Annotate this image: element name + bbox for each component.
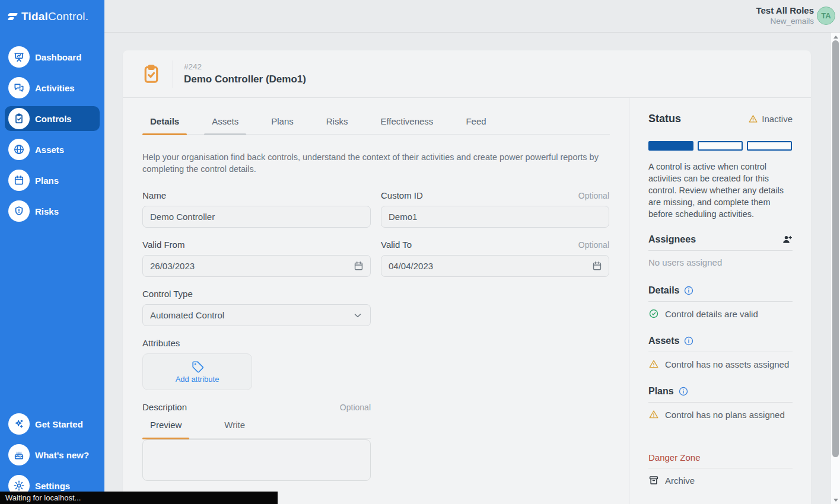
dashboard-icon — [8, 46, 30, 68]
avatar[interactable]: TA — [817, 7, 835, 25]
user-menu[interactable]: Test All Roles New_emails — [756, 5, 814, 26]
sidebar-item-label: What's new? — [35, 450, 89, 460]
sidebar-item-label: Controls — [35, 114, 72, 124]
section-divider — [648, 301, 793, 302]
clipboard-icon — [141, 63, 162, 85]
scrollbar-thumb[interactable] — [832, 40, 839, 457]
archive-button[interactable]: Archive — [648, 475, 793, 486]
custom-id-optional: Optional — [578, 191, 609, 200]
control-type-label: Control Type — [142, 289, 193, 299]
name-label: Name — [142, 190, 166, 200]
calendar-icon — [8, 170, 30, 191]
valid-to-optional: Optional — [578, 240, 609, 250]
plans-check-title: Plans — [648, 386, 674, 397]
assets-check-title: Assets — [648, 336, 679, 346]
user-name: Test All Roles — [756, 5, 814, 16]
sidebar-item-label: Plans — [35, 176, 59, 186]
sidebar: TidalControl. Dashboard Activities Contr… — [0, 0, 104, 504]
assets-check-message: Control has no assets assigned — [665, 359, 789, 369]
content-divider — [629, 98, 629, 504]
sidebar-item-whats-new[interactable]: What's new? — [5, 444, 100, 465]
tab-feed[interactable]: Feed — [458, 116, 494, 134]
status-badge: Inactive — [748, 114, 793, 124]
header-text: #242 Demo Controller (Demo1) — [184, 62, 306, 85]
tab-details[interactable]: Details — [142, 116, 187, 134]
brand-logo[interactable]: TidalControl. — [0, 0, 104, 23]
sidebar-item-dashboard[interactable]: Dashboard — [5, 46, 100, 68]
sidebar-nav: Dashboard Activities Controls Assets Pla… — [0, 46, 104, 231]
shield-icon — [8, 200, 30, 222]
description-preview-box[interactable] — [142, 439, 371, 481]
brand-logo-text: TidalControl. — [21, 10, 88, 23]
intro-text: Help your organisation find back control… — [142, 151, 610, 175]
sidebar-item-label: Settings — [35, 481, 70, 491]
controls-icon — [8, 108, 30, 129]
progress-segment-empty — [747, 141, 792, 151]
custom-id-label: Custom ID — [381, 190, 423, 200]
attributes-label: Attributes — [142, 338, 180, 348]
valid-to-label: Valid To — [381, 240, 412, 250]
plans-check-message: Control has no plans assigned — [665, 410, 785, 420]
sidebar-item-plans[interactable]: Plans — [5, 170, 100, 191]
danger-zone-title: Danger Zone — [648, 452, 793, 462]
sidebar-item-label: Dashboard — [35, 52, 81, 62]
assignees-empty-text: No users assigned — [648, 257, 793, 267]
valid-from-input[interactable] — [142, 255, 371, 277]
assignees-title: Assignees — [648, 234, 696, 245]
brand-name-bold: Tidal — [21, 10, 48, 23]
tab-preview[interactable]: Preview — [142, 420, 189, 438]
valid-to-input[interactable] — [381, 255, 609, 277]
add-attribute-label: Add attribute — [176, 375, 219, 384]
sparkles-icon — [8, 413, 30, 435]
status-progress — [648, 141, 793, 151]
details-check-title: Details — [648, 285, 679, 296]
sidebar-item-label: Assets — [35, 145, 64, 155]
brand-name-light: Control. — [48, 10, 88, 23]
topbar: Test All Roles New_emails TA — [104, 0, 840, 33]
tab-risks[interactable]: Risks — [319, 116, 356, 134]
info-icon[interactable] — [683, 336, 694, 346]
warning-icon — [748, 114, 758, 124]
warning-icon — [648, 359, 659, 369]
cake-icon — [8, 444, 30, 465]
archive-label: Archive — [665, 476, 695, 486]
section-divider — [648, 402, 793, 403]
scroll-up-arrow[interactable] — [833, 36, 838, 39]
record-id: #242 — [184, 62, 306, 71]
brand-logo-icon — [8, 13, 17, 20]
page-title: Demo Controller (Demo1) — [184, 74, 306, 85]
info-icon[interactable] — [678, 386, 689, 397]
chevron-down-icon — [352, 310, 363, 321]
tab-assets[interactable]: Assets — [204, 116, 246, 134]
warning-icon — [648, 409, 659, 420]
sidebar-item-label: Activities — [35, 83, 75, 93]
status-title: Status — [648, 113, 681, 125]
activities-icon — [8, 77, 30, 98]
name-input[interactable] — [142, 206, 371, 228]
scroll-down-arrow[interactable] — [833, 499, 838, 502]
control-type-select[interactable]: Automated Control — [142, 304, 371, 326]
add-user-icon[interactable] — [782, 234, 793, 245]
header-divider — [173, 60, 173, 88]
custom-id-input[interactable] — [381, 206, 609, 228]
info-icon[interactable] — [683, 285, 694, 296]
description-tabs: Preview Write — [142, 420, 371, 439]
sidebar-item-activities[interactable]: Activities — [5, 77, 100, 98]
sidebar-item-get-started[interactable]: Get Started — [5, 413, 100, 435]
tab-write[interactable]: Write — [217, 420, 253, 438]
globe-icon — [8, 139, 30, 160]
tab-effectiveness[interactable]: Effectiveness — [373, 116, 441, 134]
page-scrollbar[interactable] — [831, 33, 840, 504]
section-divider — [648, 352, 793, 352]
archive-icon — [648, 475, 659, 486]
sidebar-item-risks[interactable]: Risks — [5, 200, 100, 222]
valid-from-label: Valid From — [142, 240, 184, 250]
sidebar-item-controls[interactable]: Controls — [5, 106, 100, 131]
browser-status-text: Waiting for localhost... — [0, 492, 278, 504]
tab-plans[interactable]: Plans — [263, 116, 301, 134]
user-organisation: New_emails — [756, 16, 814, 26]
sidebar-item-assets[interactable]: Assets — [5, 139, 100, 160]
control-detail-card: #242 Demo Controller (Demo1) Details Ass… — [123, 50, 811, 504]
section-divider — [648, 468, 793, 468]
add-attribute-button[interactable]: Add attribute — [142, 353, 252, 390]
